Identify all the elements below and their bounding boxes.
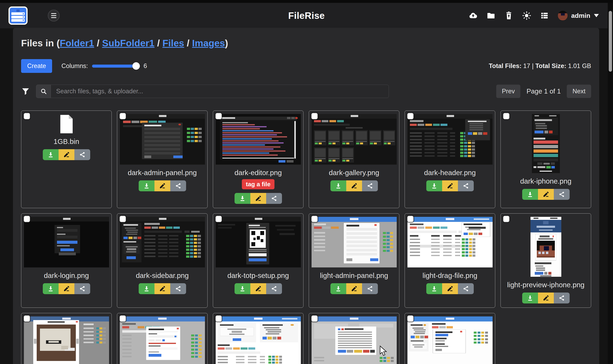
download-button[interactable] xyxy=(426,283,442,294)
upload-icon[interactable] xyxy=(469,11,478,20)
download-button[interactable] xyxy=(43,283,59,294)
edit-button[interactable] xyxy=(250,193,266,204)
file-card: light-drag-file.png xyxy=(404,213,495,308)
file-checkbox[interactable] xyxy=(119,216,126,222)
share-icon xyxy=(367,286,373,292)
file-checkbox[interactable] xyxy=(215,315,222,322)
download-button[interactable] xyxy=(330,283,346,294)
file-checkbox[interactable] xyxy=(503,113,510,119)
edit-button[interactable] xyxy=(154,180,170,191)
edit-icon xyxy=(543,191,549,198)
slider-thumb[interactable] xyxy=(132,62,140,70)
share-button[interactable] xyxy=(362,180,378,191)
file-thumbnail[interactable] xyxy=(407,114,493,165)
create-button[interactable]: Create xyxy=(21,59,52,73)
file-thumbnail[interactable] xyxy=(312,217,397,267)
file-thumbnail[interactable] xyxy=(312,114,397,165)
file-checkbox[interactable] xyxy=(215,113,222,119)
filter-icon[interactable] xyxy=(21,87,30,96)
file-thumbnail[interactable] xyxy=(120,114,205,165)
total-size-value: 1.01 GB xyxy=(568,62,591,69)
share-button[interactable] xyxy=(266,193,282,204)
file-thumbnail[interactable] xyxy=(59,115,74,133)
columns-slider[interactable] xyxy=(92,65,139,68)
folder-icon[interactable] xyxy=(487,11,495,20)
download-button[interactable] xyxy=(139,180,154,191)
download-button[interactable] xyxy=(139,283,154,294)
file-checkbox[interactable] xyxy=(119,315,126,322)
file-thumbnail[interactable] xyxy=(24,316,109,364)
download-icon xyxy=(431,182,438,189)
file-checkbox[interactable] xyxy=(119,113,126,119)
file-checkbox[interactable] xyxy=(311,315,318,322)
file-thumbnail[interactable] xyxy=(24,217,109,267)
share-button[interactable] xyxy=(458,283,474,294)
prev-page-button[interactable]: Prev xyxy=(496,85,521,98)
next-page-button[interactable]: Next xyxy=(567,85,591,98)
edit-button[interactable] xyxy=(442,283,458,294)
file-checkbox[interactable] xyxy=(24,216,30,222)
edit-button[interactable] xyxy=(154,283,170,294)
search-input[interactable] xyxy=(51,85,389,98)
file-thumbnail[interactable] xyxy=(216,114,301,165)
file-checkbox[interactable] xyxy=(407,113,414,119)
file-thumbnail[interactable] xyxy=(312,316,397,364)
edit-button[interactable] xyxy=(250,283,266,294)
file-checkbox[interactable] xyxy=(407,216,414,222)
share-button[interactable] xyxy=(74,283,90,294)
scrollbar-track[interactable] xyxy=(608,3,613,364)
file-thumbnail[interactable] xyxy=(407,316,493,364)
edit-button[interactable] xyxy=(442,180,458,191)
edit-icon xyxy=(159,286,166,292)
file-thumbnail[interactable] xyxy=(532,114,560,173)
file-thumbnail[interactable] xyxy=(120,217,205,267)
download-button[interactable] xyxy=(330,180,346,191)
share-button[interactable] xyxy=(74,149,90,160)
file-thumbnail[interactable] xyxy=(407,217,493,267)
share-icon xyxy=(79,286,85,292)
file-checkbox[interactable] xyxy=(311,113,318,119)
file-checkbox[interactable] xyxy=(407,315,414,322)
edit-button[interactable] xyxy=(538,189,554,200)
share-button[interactable] xyxy=(458,180,474,191)
edit-button[interactable] xyxy=(346,180,362,191)
download-button[interactable] xyxy=(43,149,59,160)
file-thumbnail[interactable] xyxy=(120,316,205,364)
file-thumbnail[interactable] xyxy=(216,217,301,267)
file-checkbox[interactable] xyxy=(503,216,510,222)
edit-button[interactable] xyxy=(346,283,362,294)
breadcrumb-link-subfolder1[interactable]: SubFolder1 xyxy=(102,38,155,48)
file-thumbnail[interactable] xyxy=(530,217,561,277)
filerise-logo-icon[interactable] xyxy=(9,6,28,25)
download-button[interactable] xyxy=(522,189,538,200)
edit-button[interactable] xyxy=(59,149,74,160)
edit-button[interactable] xyxy=(538,293,554,303)
list-view-icon[interactable] xyxy=(540,11,549,20)
user-menu[interactable]: admin xyxy=(558,11,599,20)
file-checkbox[interactable] xyxy=(311,216,318,222)
file-checkbox[interactable] xyxy=(24,315,30,322)
share-button[interactable] xyxy=(170,180,186,191)
download-button[interactable] xyxy=(235,283,250,294)
download-button[interactable] xyxy=(522,293,538,303)
edit-button[interactable] xyxy=(59,283,74,294)
share-button[interactable] xyxy=(170,283,186,294)
trash-restore-icon[interactable] xyxy=(504,11,513,20)
file-checkbox[interactable] xyxy=(215,216,222,222)
share-button[interactable] xyxy=(266,283,282,294)
search-icon[interactable] xyxy=(36,85,51,98)
share-button[interactable] xyxy=(362,283,378,294)
file-checkbox[interactable] xyxy=(24,113,30,119)
scrollbar-thumb[interactable] xyxy=(609,11,612,72)
download-button[interactable] xyxy=(235,193,250,204)
theme-toggle-icon[interactable] xyxy=(522,11,531,20)
file-card: dark-header.png xyxy=(404,111,495,208)
breadcrumb-link-images[interactable]: Images xyxy=(192,38,225,48)
breadcrumb-link-files[interactable]: Files xyxy=(162,38,184,48)
share-button[interactable] xyxy=(554,293,570,303)
share-button[interactable] xyxy=(554,189,570,200)
file-thumbnail[interactable] xyxy=(216,316,301,364)
menu-button[interactable] xyxy=(48,10,60,21)
breadcrumb-link-folder1[interactable]: Folder1 xyxy=(60,38,94,48)
download-button[interactable] xyxy=(426,180,442,191)
